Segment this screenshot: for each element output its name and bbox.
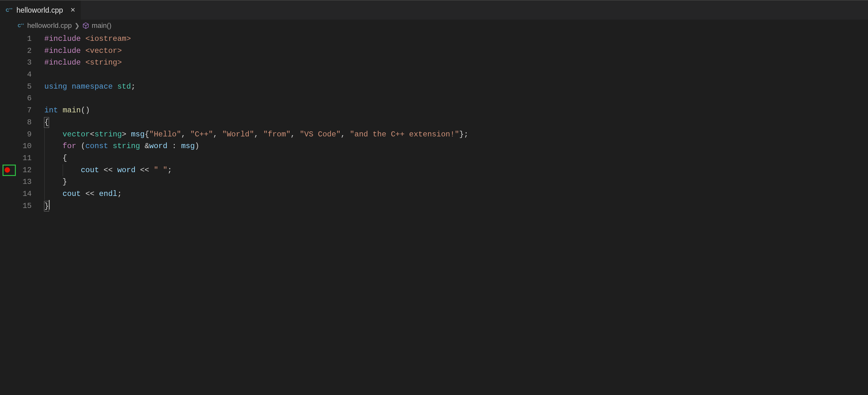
line-number: 14 [15, 188, 33, 200]
line-number: 9 [15, 128, 33, 141]
line-content[interactable]: } [33, 200, 868, 212]
tab-label: helloworld.cpp [17, 6, 63, 14]
svg-text:++: ++ [21, 23, 24, 26]
line-number: 15 [15, 200, 33, 212]
svg-text:++: ++ [9, 7, 13, 10]
line-content[interactable]: for (const string &word : msg) [33, 140, 868, 152]
line-number: 10 [15, 140, 33, 152]
line-content[interactable]: vector<string> msg{"Hello", "C++", "Worl… [33, 128, 868, 141]
code-line[interactable]: 13 } [0, 176, 868, 188]
glyph-margin[interactable] [0, 164, 15, 176]
glyph-margin[interactable] [0, 176, 15, 188]
line-number: 8 [15, 117, 33, 128]
tab-bar: C ++ helloworld.cpp ✕ [0, 0, 868, 20]
glyph-margin[interactable] [0, 188, 15, 200]
glyph-margin[interactable] [0, 140, 15, 152]
breadcrumb[interactable]: C ++ helloworld.cpp ❯ main() [0, 20, 868, 32]
code-editor[interactable]: 1 #include <iostream> 2 #include <vector… [0, 32, 868, 212]
code-line[interactable]: 8 { [0, 117, 868, 128]
code-line[interactable]: 3 #include <string> [0, 57, 868, 69]
glyph-margin[interactable] [0, 33, 15, 45]
glyph-margin[interactable] [0, 200, 15, 212]
line-number: 4 [15, 69, 33, 81]
line-number: 13 [15, 176, 33, 188]
glyph-margin[interactable] [0, 104, 15, 117]
glyph-margin[interactable] [0, 117, 15, 128]
svg-text:C: C [6, 7, 9, 13]
line-number: 6 [15, 92, 33, 104]
line-content[interactable]: cout << endl; [33, 188, 868, 200]
line-content[interactable]: } [33, 176, 868, 188]
line-content[interactable]: { [33, 152, 868, 164]
code-line[interactable]: 6 [0, 92, 868, 104]
close-icon[interactable]: ✕ [70, 6, 75, 14]
code-line[interactable]: 2 #include <vector> [0, 45, 868, 57]
glyph-margin[interactable] [0, 69, 15, 81]
line-content[interactable]: using namespace std; [33, 81, 868, 93]
svg-text:C: C [18, 23, 21, 28]
breadcrumb-symbol: main() [92, 22, 112, 30]
glyph-margin[interactable] [0, 81, 15, 93]
code-line[interactable]: 1 #include <iostream> [0, 33, 868, 45]
code-line[interactable]: 7 int main() [0, 104, 868, 117]
code-line[interactable]: 5 using namespace std; [0, 81, 868, 93]
chevron-right-icon: ❯ [74, 22, 80, 29]
line-number: 5 [15, 81, 33, 93]
glyph-margin[interactable] [0, 57, 15, 69]
glyph-margin[interactable] [0, 152, 15, 164]
code-line[interactable]: 9 vector<string> msg{"Hello", "C++", "Wo… [0, 128, 868, 141]
code-line[interactable]: 12 cout << word << " "; [0, 164, 868, 176]
glyph-margin[interactable] [0, 45, 15, 57]
line-number: 12 [15, 164, 33, 176]
code-line[interactable]: 10 for (const string &word : msg) [0, 140, 868, 152]
line-content[interactable]: int main() [33, 104, 868, 117]
line-number: 3 [15, 57, 33, 69]
code-line[interactable]: 11 { [0, 152, 868, 164]
breakpoint-icon[interactable] [5, 168, 10, 173]
glyph-margin[interactable] [0, 128, 15, 141]
tab-helloworld[interactable]: C ++ helloworld.cpp ✕ [0, 1, 81, 20]
line-number: 7 [15, 104, 33, 117]
cpp-file-icon: C ++ [6, 6, 13, 14]
breadcrumb-file: helloworld.cpp [27, 22, 72, 30]
line-number: 2 [15, 45, 33, 57]
line-content[interactable]: #include <iostream> [33, 33, 868, 45]
glyph-margin[interactable] [0, 92, 15, 104]
line-number: 1 [15, 33, 33, 45]
line-content[interactable]: { [33, 117, 868, 128]
line-number: 11 [15, 152, 33, 164]
line-content[interactable]: cout << word << " "; [33, 164, 868, 176]
cpp-file-icon: C ++ [18, 22, 25, 29]
line-content[interactable]: #include <vector> [33, 45, 868, 57]
line-content[interactable]: #include <string> [33, 57, 868, 69]
code-line[interactable]: 15 } [0, 200, 868, 212]
cube-symbol-icon [82, 22, 89, 29]
code-line[interactable]: 4 [0, 69, 868, 81]
code-line[interactable]: 14 cout << endl; [0, 188, 868, 200]
